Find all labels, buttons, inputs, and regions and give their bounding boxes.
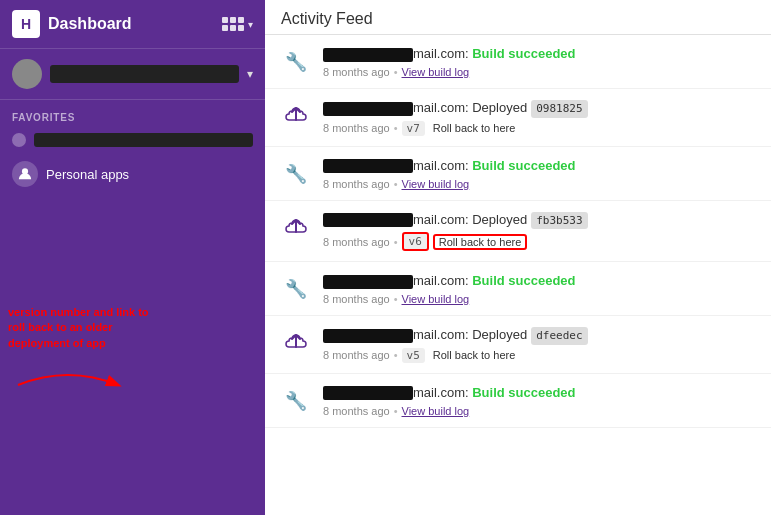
cloud-upload-svg <box>285 219 307 237</box>
feed-item-5: mail.com: Deployeddfeedec8 months ago•v5… <box>265 316 771 373</box>
account-selector[interactable]: ▾ <box>0 49 265 100</box>
feed-time-3: 8 months ago <box>323 236 390 248</box>
sidebar-logo: H <box>12 10 40 38</box>
feed-meta-3: 8 months ago•v6Roll back to here <box>323 232 755 251</box>
view-build-log-link-0[interactable]: View build log <box>402 66 470 78</box>
feed-name-redacted-2 <box>323 159 413 173</box>
feed-email-suffix-1: mail.com: <box>413 100 472 115</box>
feed-item-4: 🔧mail.com: Build succeeded8 months ago•V… <box>265 262 771 316</box>
feed-email-suffix-6: mail.com: <box>413 385 472 400</box>
feed-text-4: mail.com: Build succeeded <box>323 272 755 290</box>
favorites-item[interactable] <box>0 127 265 153</box>
feed-action-6: Build succeeded <box>472 385 575 400</box>
cloud-icon <box>281 213 311 243</box>
view-build-log-link-4[interactable]: View build log <box>402 293 470 305</box>
feed-action-5: Deployed <box>472 327 527 342</box>
feed-email-suffix-5: mail.com: <box>413 327 472 342</box>
rollback-link-1[interactable]: Roll back to here <box>433 122 516 134</box>
avatar <box>12 59 42 89</box>
page-title: Activity Feed <box>265 0 771 35</box>
feed-separator-1: • <box>394 122 398 134</box>
fav-name-redacted <box>34 133 253 147</box>
sidebar-title: Dashboard <box>48 15 214 33</box>
sidebar: H Dashboard ▾ ▾ FAVORITES Personal apps … <box>0 0 265 515</box>
rollback-link-5[interactable]: Roll back to here <box>433 349 516 361</box>
feed-meta-6: 8 months ago•View build log <box>323 405 755 417</box>
feed-time-6: 8 months ago <box>323 405 390 417</box>
view-build-log-link-2[interactable]: View build log <box>402 178 470 190</box>
feed-name-redacted-3 <box>323 213 413 227</box>
annotation-callout: version number and link to roll back to … <box>8 305 158 415</box>
cloud-icon <box>281 101 311 131</box>
wrench-svg: 🔧 <box>285 278 307 300</box>
personal-apps-item[interactable]: Personal apps <box>0 153 265 195</box>
grid-icon[interactable]: ▾ <box>222 17 253 31</box>
wrench-svg: 🔧 <box>285 163 307 185</box>
commit-hash-badge-3: fb3b533 <box>531 212 587 229</box>
sidebar-header: H Dashboard ▾ <box>0 0 265 49</box>
feed-separator-5: • <box>394 349 398 361</box>
feed-item-3: mail.com: Deployedfb3b5338 months ago•v6… <box>265 201 771 262</box>
feed-text-3: mail.com: Deployedfb3b533 <box>323 211 755 229</box>
commit-hash-badge-5: dfeedec <box>531 327 587 344</box>
feed-name-redacted-5 <box>323 329 413 343</box>
feed-meta-1: 8 months ago•v7Roll back to here <box>323 121 755 136</box>
feed-content-6: mail.com: Build succeeded8 months ago•Vi… <box>323 384 755 417</box>
activity-feed-list: 🔧mail.com: Build succeeded8 months ago•V… <box>265 35 771 515</box>
feed-name-redacted-0 <box>323 48 413 62</box>
commit-hash-badge-1: 0981825 <box>531 100 587 117</box>
feed-meta-2: 8 months ago•View build log <box>323 178 755 190</box>
version-badge-1: v7 <box>402 121 425 136</box>
feed-separator-4: • <box>394 293 398 305</box>
feed-separator-2: • <box>394 178 398 190</box>
feed-item-6: 🔧mail.com: Build succeeded8 months ago•V… <box>265 374 771 428</box>
wrench-svg: 🔧 <box>285 390 307 412</box>
account-name-redacted <box>50 65 239 83</box>
feed-text-6: mail.com: Build succeeded <box>323 384 755 402</box>
feed-action-4: Build succeeded <box>472 273 575 288</box>
wrench-icon: 🔧 <box>281 274 311 304</box>
wrench-icon: 🔧 <box>281 386 311 416</box>
feed-email-suffix-2: mail.com: <box>413 158 472 173</box>
feed-text-0: mail.com: Build succeeded <box>323 45 755 63</box>
view-build-log-link-6[interactable]: View build log <box>402 405 470 417</box>
feed-time-0: 8 months ago <box>323 66 390 78</box>
feed-content-5: mail.com: Deployeddfeedec8 months ago•v5… <box>323 326 755 362</box>
feed-text-5: mail.com: Deployeddfeedec <box>323 326 755 344</box>
cloud-upload-svg <box>285 107 307 125</box>
wrench-icon: 🔧 <box>281 159 311 189</box>
feed-item-0: 🔧mail.com: Build succeeded8 months ago•V… <box>265 35 771 89</box>
feed-email-suffix-0: mail.com: <box>413 46 472 61</box>
main-content: Activity Feed 🔧mail.com: Build succeeded… <box>265 0 771 515</box>
feed-text-1: mail.com: Deployed0981825 <box>323 99 755 117</box>
feed-action-3: Deployed <box>472 212 527 227</box>
feed-text-2: mail.com: Build succeeded <box>323 157 755 175</box>
account-chevron-icon: ▾ <box>247 67 253 81</box>
wrench-icon: 🔧 <box>281 47 311 77</box>
rollback-link-3[interactable]: Roll back to here <box>433 234 528 250</box>
feed-item-1: mail.com: Deployed09818258 months ago•v7… <box>265 89 771 146</box>
version-badge-3: v6 <box>402 232 429 251</box>
feed-item-2: 🔧mail.com: Build succeeded8 months ago•V… <box>265 147 771 201</box>
fav-dot-icon <box>12 133 26 147</box>
feed-action-1: Deployed <box>472 100 527 115</box>
feed-meta-0: 8 months ago•View build log <box>323 66 755 78</box>
feed-content-2: mail.com: Build succeeded8 months ago•Vi… <box>323 157 755 190</box>
feed-time-5: 8 months ago <box>323 349 390 361</box>
version-badge-5: v5 <box>402 348 425 363</box>
cloud-icon <box>281 328 311 358</box>
feed-meta-4: 8 months ago•View build log <box>323 293 755 305</box>
feed-content-1: mail.com: Deployed09818258 months ago•v7… <box>323 99 755 135</box>
feed-content-3: mail.com: Deployedfb3b5338 months ago•v6… <box>323 211 755 251</box>
annotation-arrow <box>8 355 128 415</box>
feed-name-redacted-1 <box>323 102 413 116</box>
feed-separator-0: • <box>394 66 398 78</box>
feed-email-suffix-3: mail.com: <box>413 212 472 227</box>
annotation-text: version number and link to roll back to … <box>8 306 149 349</box>
feed-content-0: mail.com: Build succeeded8 months ago•Vi… <box>323 45 755 78</box>
person-icon <box>12 161 38 187</box>
feed-action-2: Build succeeded <box>472 158 575 173</box>
feed-separator-3: • <box>394 236 398 248</box>
feed-separator-6: • <box>394 405 398 417</box>
feed-meta-5: 8 months ago•v5Roll back to here <box>323 348 755 363</box>
